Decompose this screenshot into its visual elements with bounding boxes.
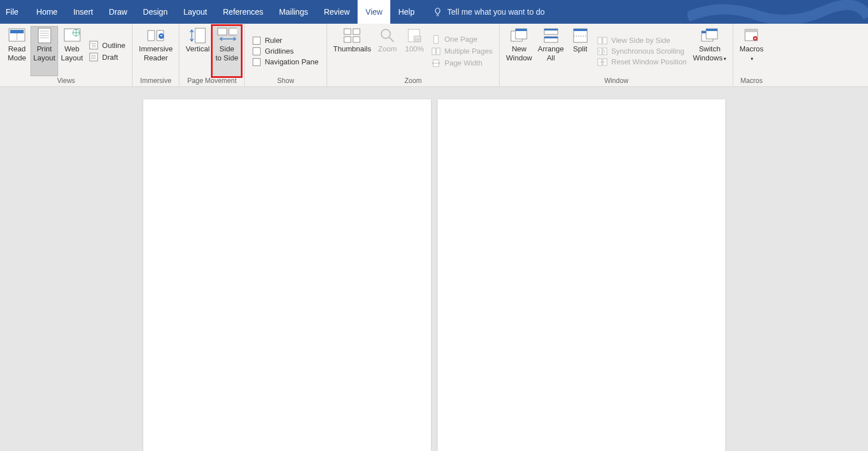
chevron-down-icon: ▾ <box>724 56 726 62</box>
reset-position-icon <box>597 58 607 66</box>
svg-rect-23 <box>229 28 237 35</box>
outline-button[interactable]: Outline <box>89 41 125 50</box>
split-label: Split <box>573 45 587 54</box>
reset-window-position-button: Reset Window Position <box>597 58 687 66</box>
new-window-label: New Window <box>506 45 532 63</box>
document-page[interactable] <box>438 99 725 451</box>
group-window: New Window Arrange All Split View Side b… <box>500 24 733 86</box>
svg-rect-43 <box>544 37 558 38</box>
read-mode-label: Read Mode <box>8 45 27 63</box>
immersive-reader-label: Immersive Reader <box>139 45 173 63</box>
switch-windows-button[interactable]: Switch Windows▾ <box>690 26 729 76</box>
new-window-icon <box>510 28 527 43</box>
navigation-pane-checkbox[interactable]: Navigation Pane <box>253 58 318 66</box>
page-width-label: Page Width <box>444 59 482 67</box>
tab-review[interactable]: Review <box>316 0 358 24</box>
draft-icon <box>89 52 98 62</box>
view-side-by-side-label: View Side by Side <box>611 37 671 44</box>
svg-rect-34 <box>432 48 435 55</box>
side-to-side-label: Side to Side <box>215 45 238 63</box>
print-layout-label: Print Layout <box>33 45 55 63</box>
tab-insert[interactable]: Insert <box>65 0 101 24</box>
tab-view[interactable]: View <box>358 0 390 24</box>
switch-windows-icon <box>701 28 718 43</box>
svg-rect-27 <box>353 37 360 42</box>
web-layout-icon <box>64 28 81 43</box>
tab-layout[interactable]: Layout <box>175 0 215 24</box>
read-mode-button[interactable]: Read Mode <box>3 26 30 76</box>
tell-me[interactable]: Tell me what you want to do <box>422 7 545 17</box>
gridlines-label: Gridlines <box>265 47 293 55</box>
split-icon <box>573 28 588 43</box>
ruler-checkbox[interactable]: Ruler <box>253 37 318 45</box>
macros-label: Macros <box>739 45 764 53</box>
page-width-icon <box>431 59 440 68</box>
group-show-label: Show <box>248 76 323 86</box>
tab-design[interactable]: Design <box>135 0 176 24</box>
svg-line-29 <box>389 37 394 42</box>
side-by-side-icon <box>597 37 607 45</box>
sync-scrolling-icon <box>597 47 607 55</box>
hundred-percent-label: 100% <box>405 45 424 54</box>
svg-rect-56 <box>706 29 717 31</box>
svg-rect-45 <box>574 29 587 31</box>
document-canvas[interactable] <box>0 87 868 451</box>
navigation-pane-label: Navigation Pane <box>265 58 318 65</box>
draft-button[interactable]: Draft <box>89 52 125 62</box>
group-page-movement-label: Page Movement <box>183 76 241 86</box>
svg-rect-58 <box>745 29 757 32</box>
read-mode-icon <box>8 28 25 43</box>
tab-mailings[interactable]: Mailings <box>271 0 316 24</box>
document-page[interactable] <box>143 99 431 451</box>
svg-rect-22 <box>218 28 227 35</box>
checkbox-icon <box>253 47 261 55</box>
multiple-pages-icon <box>431 47 440 56</box>
print-layout-button[interactable]: Print Layout <box>30 26 58 76</box>
one-page-label: One Page <box>444 36 478 43</box>
sync-scrolling-button: Synchronous Scrolling <box>597 47 687 55</box>
vertical-button[interactable]: Vertical <box>183 26 213 76</box>
arrange-all-icon <box>544 28 558 43</box>
one-page-button: One Page <box>431 35 492 44</box>
arrange-all-label: Arrange All <box>538 45 564 63</box>
split-button[interactable]: Split <box>567 26 594 76</box>
new-window-button[interactable]: New Window <box>503 26 535 76</box>
gridlines-checkbox[interactable]: Gridlines <box>253 47 318 55</box>
immersive-reader-icon <box>147 28 165 43</box>
tab-references[interactable]: References <box>215 0 271 24</box>
tab-file[interactable]: File <box>0 0 29 24</box>
web-layout-button[interactable]: Web Layout <box>58 26 86 76</box>
group-views: Read Mode Print Layout Web Layout Outlin… <box>0 24 133 86</box>
macros-button[interactable]: Macros▾ <box>737 26 766 76</box>
group-immersive-label: Immersive <box>136 76 175 86</box>
lightbulb-icon <box>433 7 443 17</box>
group-macros: Macros▾ Macros <box>733 24 770 86</box>
tab-home[interactable]: Home <box>29 0 65 24</box>
ribbon: Read Mode Print Layout Web Layout Outlin… <box>0 24 868 87</box>
thumbnails-button[interactable]: Thumbnails <box>331 26 374 76</box>
group-zoom-label: Zoom <box>331 76 496 86</box>
hundred-icon: 100 <box>406 28 423 43</box>
side-to-side-button[interactable]: Side to Side <box>213 26 241 76</box>
tab-draw[interactable]: Draw <box>101 0 135 24</box>
zoom-label: Zoom <box>378 45 396 54</box>
zoom-button: Zoom <box>374 26 401 76</box>
ruler-label: Ruler <box>265 37 282 44</box>
tab-help[interactable]: Help <box>390 0 422 24</box>
tell-me-label: Tell me what you want to do <box>447 7 545 16</box>
immersive-reader-button[interactable]: Immersive Reader <box>136 26 175 76</box>
multiple-pages-button: Multiple Pages <box>431 47 492 56</box>
svg-rect-24 <box>344 29 351 34</box>
vertical-icon <box>190 28 206 43</box>
zoom-icon <box>380 28 395 43</box>
thumbnails-label: Thumbnails <box>333 45 371 54</box>
draft-label: Draft <box>102 54 118 61</box>
arrange-all-button[interactable]: Arrange All <box>535 26 567 76</box>
group-macros-label: Macros <box>737 76 766 86</box>
group-show: Ruler Gridlines Navigation Pane Show <box>245 24 327 86</box>
page-width-button: Page Width <box>431 59 492 68</box>
thumbnails-icon <box>343 28 360 43</box>
svg-rect-48 <box>603 37 607 44</box>
checkbox-icon <box>253 58 261 66</box>
svg-rect-35 <box>437 48 440 55</box>
